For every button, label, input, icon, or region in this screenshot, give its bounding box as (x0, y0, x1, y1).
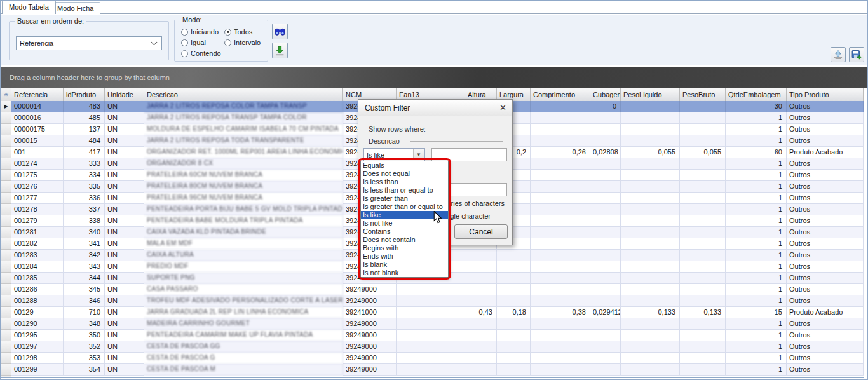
cell-pesoBruto[interactable] (680, 364, 726, 376)
cell-tipoProduto[interactable]: Produto Acabado (787, 307, 864, 318)
cell-pesoBruto[interactable] (680, 170, 726, 181)
cell-pesoBruto[interactable] (680, 124, 726, 135)
cell-tipoProduto[interactable]: Outros (787, 353, 864, 364)
cell-idProduto[interactable]: 341 (64, 238, 105, 250)
order-combobox[interactable]: Referencia (16, 36, 162, 50)
cell-pesoLiquido[interactable] (621, 238, 680, 250)
cell-descricao[interactable]: CAIXA ALTURA (144, 250, 343, 261)
cell-cubagem[interactable] (590, 158, 621, 170)
cell-cubagem[interactable] (590, 135, 621, 147)
cell-pesoBruto[interactable] (680, 135, 726, 147)
cell-cubagem[interactable] (590, 353, 621, 364)
cell-cubagem[interactable] (590, 181, 621, 193)
cell-largura[interactable]: 0,18 (497, 307, 531, 318)
cell-descricao[interactable]: PENTEADEIRA BABE MOLDURA TRIPLA PINTADA (144, 215, 343, 227)
cell-pesoLiquido[interactable] (621, 261, 680, 273)
cell-comprimento[interactable] (531, 181, 590, 193)
cell-pesoLiquido[interactable] (621, 353, 680, 364)
column-header-pesoLiquido[interactable]: PesoLiquido (621, 88, 680, 101)
cell-descricao[interactable]: CESTA DE PASCOA M (144, 364, 343, 376)
filter-operator-option[interactable]: Is less than or equal to (361, 186, 448, 194)
column-header-qtdeEmbalagem[interactable]: QtdeEmbalagem (726, 88, 787, 101)
column-header-pesoBruto[interactable]: PesoBruto (680, 88, 726, 101)
table-row[interactable]: 001290348UNMADEIRA CARRINHO GOURMET39249… (1, 318, 864, 330)
cell-qtdeEmbalagem[interactable]: 1 (726, 273, 787, 284)
cell-idProduto[interactable]: 334 (64, 170, 105, 181)
cell-descricao[interactable]: MALA EM MDF (144, 238, 343, 250)
filter-operator-option[interactable]: Is less than (361, 178, 448, 186)
cell-idProduto[interactable]: 338 (64, 215, 105, 227)
find-button[interactable] (272, 24, 288, 39)
table-row[interactable]: 001286345UNCASA PASSARO392490001Outros (1, 284, 864, 295)
cell-unidade[interactable]: UN (105, 284, 144, 295)
cell-pesoLiquido[interactable]: 0,055 (621, 147, 680, 158)
column-header-descricao[interactable]: Descricao (144, 88, 343, 101)
cell-comprimento[interactable] (531, 261, 590, 273)
cell-tipoProduto[interactable]: Outros (787, 135, 864, 147)
cell-pesoLiquido[interactable] (621, 170, 680, 181)
cell-pesoLiquido[interactable] (621, 250, 680, 261)
cell-comprimento[interactable] (531, 215, 590, 227)
cell-descricao[interactable]: PRATELEIRA 60CM NUVEM BRANCA (144, 170, 343, 181)
cell-comprimento[interactable]: 0,38 (531, 307, 590, 318)
cell-unidade[interactable]: UN (105, 227, 144, 238)
cell-largura[interactable] (497, 330, 531, 341)
cell-pesoLiquido[interactable] (621, 273, 680, 284)
cell-pesoBruto[interactable] (680, 330, 726, 341)
cell-qtdeEmbalagem[interactable]: 1 (726, 284, 787, 295)
filter-operator-option[interactable]: Begins with (361, 244, 448, 252)
cell-comprimento[interactable] (531, 318, 590, 330)
cell-qtdeEmbalagem[interactable]: 1 (726, 170, 787, 181)
cell-referencia[interactable]: 00129 (11, 307, 64, 318)
cell-altura[interactable] (465, 273, 497, 284)
cell-cubagem[interactable] (590, 112, 621, 124)
cell-idProduto[interactable]: 710 (64, 307, 105, 318)
cell-idProduto[interactable]: 352 (64, 341, 105, 353)
cell-comprimento[interactable] (531, 135, 590, 147)
cell-referencia[interactable]: 001299 (11, 364, 64, 376)
cell-comprimento[interactable] (531, 158, 590, 170)
cell-referencia[interactable]: 001279 (11, 215, 64, 227)
cell-comprimento[interactable] (531, 204, 590, 215)
cell-pesoLiquido[interactable] (621, 158, 680, 170)
cell-idProduto[interactable]: 333 (64, 158, 105, 170)
cell-referencia[interactable]: 001282 (11, 238, 64, 250)
cell-qtdeEmbalagem[interactable]: 1 (726, 261, 787, 273)
cell-cubagem[interactable] (590, 215, 621, 227)
cell-comprimento[interactable] (531, 284, 590, 295)
cell-pesoBruto[interactable] (680, 318, 726, 330)
filter-operator-option[interactable]: Does not contain (361, 236, 448, 244)
cell-ean13[interactable] (397, 330, 465, 341)
cell-referencia[interactable]: 00000175 (11, 124, 64, 135)
cell-unidade[interactable]: UN (105, 135, 144, 147)
cell-pesoBruto[interactable] (680, 215, 726, 227)
cell-unidade[interactable]: UN (105, 330, 144, 341)
cell-descricao[interactable]: PENTEADEIRA CAMARIM MAKE UP FLAVIA PINTA… (144, 330, 343, 341)
tab-modo-ficha[interactable]: Modo Ficha (50, 2, 100, 14)
cell-cubagem[interactable] (590, 273, 621, 284)
cell-cubagem[interactable] (590, 250, 621, 261)
filter-operator-combo[interactable]: Is like ▼ (363, 148, 425, 161)
dropdown-arrow-icon[interactable]: ▼ (413, 149, 424, 160)
cell-tipoProduto[interactable]: Produto Acabado (787, 147, 864, 158)
cell-referencia[interactable]: 001274 (11, 158, 64, 170)
table-row[interactable]: 001295350UNPENTEADEIRA CAMARIM MAKE UP F… (1, 330, 864, 341)
cell-descricao[interactable]: MADEIRA CARRINHO GOURMET (144, 318, 343, 330)
cell-idProduto[interactable]: 417 (64, 147, 105, 158)
cell-qtdeEmbalagem[interactable]: 1 (726, 158, 787, 170)
cell-pesoLiquido[interactable] (621, 318, 680, 330)
cell-tipoProduto[interactable]: Outros (787, 124, 864, 135)
cell-idProduto[interactable]: 353 (64, 353, 105, 364)
cell-referencia[interactable]: 001277 (11, 193, 64, 204)
cell-tipoProduto[interactable]: Outros (787, 330, 864, 341)
cell-tipoProduto[interactable]: Outros (787, 227, 864, 238)
cell-pesoBruto[interactable] (680, 158, 726, 170)
cell-unidade[interactable]: UN (105, 170, 144, 181)
cell-qtdeEmbalagem[interactable]: 1 (726, 215, 787, 227)
cell-qtdeEmbalagem[interactable]: 1 (726, 193, 787, 204)
cell-pesoBruto[interactable] (680, 193, 726, 204)
cell-ncm[interactable]: 39249000 (343, 341, 397, 353)
cell-idProduto[interactable]: 343 (64, 261, 105, 273)
cell-ean13[interactable] (397, 341, 465, 353)
cell-tipoProduto[interactable]: Outros (787, 273, 864, 284)
